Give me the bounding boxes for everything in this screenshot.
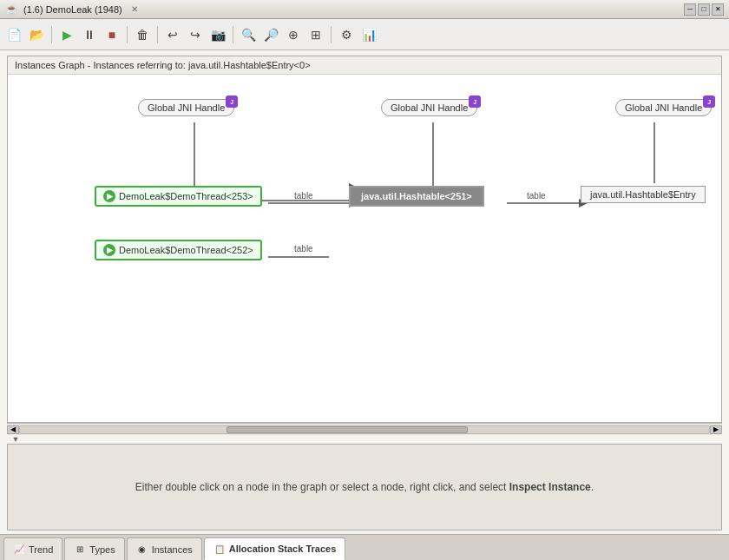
graph-panel: Instances Graph - Instances referring to… [7,56,722,423]
edge-label-3: table [527,191,546,201]
separator-3 [157,26,158,43]
tab-instances[interactable]: ◉ Instances [127,537,202,560]
hashtable-label: java.util.Hashtable<251> [349,186,484,207]
thread-1-icon: ▶ [103,190,115,202]
info-text-bold: Inspect Instance [509,481,591,493]
jni2-icon: J [473,99,476,105]
zoom-in-button[interactable]: ⊞ [305,24,326,45]
graph-title: Instances Graph - Instances referring to… [8,56,721,75]
scroll-right-button[interactable]: ▶ [710,425,722,434]
thread-2-label: ▶ DemoLeak$DemoThread<252> [95,240,262,260]
horizontal-scrollbar[interactable]: ◀ ▶ [7,423,722,435]
expand-arrow[interactable]: ▼ [9,435,23,444]
separator-5 [331,26,332,43]
entry-label: java.util.Hashtable$Entry [581,186,706,203]
close-window-button[interactable]: ✕ [712,3,724,16]
separator-4 [233,26,233,43]
main-area: Instances Graph - Instances referring to… [0,50,729,534]
thread-1-label: ▶ DemoLeak$DemoThread<253> [95,186,262,207]
window-controls: ─ □ ✕ [684,3,724,16]
thread-2-icon: ▶ [103,244,115,256]
edge-label-1: table [294,191,313,201]
scroll-thumb[interactable] [227,426,468,433]
trend-icon: 📈 [13,544,25,556]
open-button[interactable]: 📂 [26,24,47,45]
minimize-button[interactable]: ─ [684,3,696,16]
edge-label-2: table [294,244,313,254]
jni-handle-2[interactable]: Global JNI Handle J [381,99,477,116]
hashtable-node[interactable]: java.util.Hashtable<251> [349,186,484,207]
tab-types[interactable]: ⊞ Types [64,537,124,560]
thread-1[interactable]: ▶ DemoLeak$DemoThread<253> [95,186,262,207]
types-icon: ⊞ [74,544,86,556]
separator-2 [127,26,128,43]
tab-trend[interactable]: 📈 Trend [3,537,62,560]
search-button[interactable]: 🔍 [238,24,259,45]
info-text-prefix: Either double click on a node in the gra… [135,481,509,493]
instances-icon: ◉ [136,544,148,556]
maximize-button[interactable]: □ [698,3,710,16]
app-icon: ☕ [5,3,18,16]
jni1-icon: J [230,99,233,105]
thread-2[interactable]: ▶ DemoLeak$DemoThread<252> [95,240,262,260]
run-button[interactable]: ▶ [56,24,77,45]
jni-handle-2-label: Global JNI Handle [381,99,477,116]
toolbar: 📄 📂 ▶ ⏸ ■ 🗑 ↩ ↪ 📷 🔍 🔎 ⊕ ⊞ ⚙ 📊 [0,19,729,50]
info-text-suffix: . [591,481,594,493]
tab-allocation-label: Allocation Stack Traces [229,544,337,554]
entry-node[interactable]: java.util.Hashtable$Entry [581,186,706,203]
stop-button[interactable]: ■ [102,24,122,45]
jni-handle-1-label: Global JNI Handle [138,99,234,116]
info-panel: Either double click on a node in the gra… [7,444,722,530]
allocation-icon: 📋 [213,543,226,555]
tab-bar: 📈 Trend ⊞ Types ◉ Instances 📋 Allocation… [0,534,729,560]
info-text: Either double click on a node in the gra… [135,481,594,493]
delete-button[interactable]: 🗑 [132,24,153,45]
export-button[interactable]: 📊 [358,24,379,45]
jni3-icon: J [707,99,711,105]
forward-button[interactable]: ↪ [185,24,206,45]
scroll-left-button[interactable]: ◀ [7,425,19,434]
close-tab-button[interactable]: ✕ [131,4,138,14]
jni-handle-3-label: Global JNI Handle [615,99,712,116]
jni-handle-3[interactable]: Global JNI Handle J [615,99,712,116]
tab-trend-label: Trend [29,544,53,555]
separator-1 [51,26,52,43]
title-bar: ☕ (1.6) DemoLeak (1948) ✕ ─ □ ✕ [0,0,729,19]
tab-instances-label: Instances [152,544,193,555]
filter-button[interactable]: ⊕ [283,24,304,45]
back-button[interactable]: ↩ [162,24,183,45]
scroll-track[interactable] [19,425,710,434]
new-button[interactable]: 📄 [3,24,24,45]
tab-allocation-stack-traces[interactable]: 📋 Allocation Stack Traces [204,537,346,560]
search2-button[interactable]: 🔎 [260,24,281,45]
graph-canvas[interactable]: Global JNI Handle J Global JNI Handle J … [8,75,721,418]
settings-button[interactable]: ⚙ [336,24,357,45]
jni-handle-1[interactable]: Global JNI Handle J [138,99,234,116]
tab-types-label: Types [89,544,115,555]
capture-button[interactable]: 📷 [207,24,228,45]
title-bar-text: (1.6) DemoLeak (1948) [23,4,122,15]
pause-button[interactable]: ⏸ [79,24,100,45]
